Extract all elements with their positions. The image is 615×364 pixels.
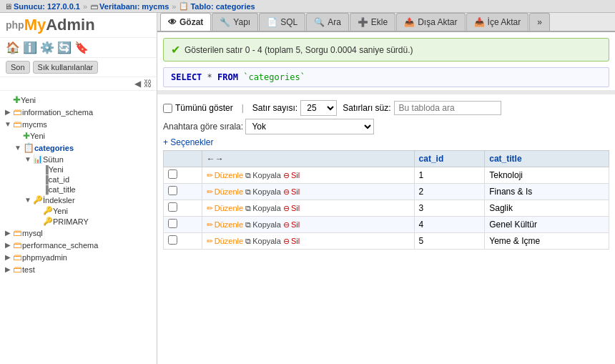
db-link[interactable]: Veritabanı: mycms [99,2,169,11]
delete-label-0: Sil [291,171,300,179]
db-icon-performance-schema: 🗃 [13,240,22,250]
tab-disa-aktar[interactable]: 📤 Dışa Aktar [396,13,465,31]
tree-label-col-new: Yeni [49,165,64,174]
col-header-cat-title[interactable]: cat_title [485,151,609,167]
tab-gozat[interactable]: 👁 Gözat [160,13,211,31]
tab-ara[interactable]: 🔍 Ara [306,13,349,31]
tree-label-primary: PRIMARY [53,217,89,226]
tree-item-mycms[interactable]: ▼ 🗃 mycms [0,118,157,130]
edit-button-1[interactable]: ✏ Düzenle [207,187,243,197]
expand-icon-phpmyadmin[interactable]: ▶ [3,253,13,261]
col-header-checkbox [164,151,202,167]
row-cat-title-3: Genel Kültür [485,217,609,233]
info-icon[interactable]: ℹ️ [23,41,37,54]
delete-button-3[interactable]: ⊖ Sil [283,220,300,230]
tree-item-mycms-new[interactable]: ✚ Yeni [0,130,157,142]
bookmark-icon[interactable]: 🔖 [74,41,89,54]
col-header-cat-id[interactable]: cat_id [414,151,485,167]
tree-item-cat-title[interactable]: ▐ cat_title [0,185,157,195]
tab-more[interactable]: » [529,13,550,31]
expand-icon-information-schema[interactable]: ▶ [3,108,13,116]
tree-item-test[interactable]: ▶ 🗃 test [0,263,157,275]
copy-button-2[interactable]: ⧉ Kopyala [245,204,281,213]
tree-item-col-new[interactable]: ▐ Yeni [0,164,157,174]
tree-item-performance-schema[interactable]: ▶ 🗃 performance_schema [0,239,157,251]
tree-label-performance-schema: performance_schema [22,241,98,250]
pencil-icon-0: ✏ [207,171,213,180]
tree-item-indeksler[interactable]: ▼ 🔑 İndeksler [0,195,157,205]
copy-button-3[interactable]: ⧉ Kopyala [245,220,281,230]
row-checkbox-4 [164,233,202,250]
col-new-icon: ▐ [43,165,49,174]
delete-button-0[interactable]: ⊖ Sil [283,171,300,180]
expand-icon-sutun[interactable]: ▼ [23,155,33,163]
table-link[interactable]: Tablo: categories [190,2,255,11]
row-select-0[interactable] [168,169,177,179]
row-actions-3: ✏ Düzenle ⧉ Kopyala ⊖ Sil [202,217,414,233]
content-area: 👁 Gözat 🔧 Yapı 📄 SQL 🔍 Ara ➕ Ekle 📤 D [157,13,615,364]
delete-button-1[interactable]: ⊖ Sil [283,187,300,197]
gozat-tab-label: Gözat [179,17,203,27]
server-link[interactable]: Sunucu: 127.0.0.1 [14,2,80,11]
expand-icon-categories[interactable]: ▼ [13,144,23,152]
delete-label-2: Sil [291,204,300,212]
options-toggle[interactable]: + Seçenekler [163,137,213,147]
row-cat-id-3: 4 [414,217,485,233]
tab-ice-aktar[interactable]: 📥 İçe Aktar [466,13,529,31]
collapse-icon[interactable]: ◀ [134,79,141,89]
tree-item-mysql[interactable]: ▶ 🗃 mysql [0,227,157,239]
copy-button-1[interactable]: ⧉ Kopyala [245,187,281,197]
expand-icon-performance-schema[interactable]: ▶ [3,241,13,249]
settings-icon[interactable]: ⚙️ [40,41,54,54]
tab-yapi[interactable]: 🔧 Yapı [212,13,258,31]
copy-button-0[interactable]: ⧉ Kopyala [245,171,281,180]
expand-icon-mycms[interactable]: ▼ [3,120,13,128]
monitor-icon: 🖥 [4,2,12,11]
copy-label-0: Kopyala [252,171,281,179]
tree-item-primary[interactable]: 🔑 PRIMARY [0,216,157,227]
sutun-icon: 📊 [33,154,43,164]
row-select-4[interactable] [168,235,177,245]
tree-item-phpmyadmin[interactable]: ▶ 🗃 phpmyadmin [0,251,157,263]
tree-item-new-root[interactable]: ✚ Yeni [0,94,157,106]
row-select-2[interactable] [168,202,177,212]
tree-item-cat-id[interactable]: ▐ cat_id [0,174,157,185]
del-icon-3: ⊖ [283,220,290,230]
tree-label-cat-id: cat_id [49,175,69,184]
row-select-1[interactable] [168,186,177,195]
row-count-select[interactable]: 25 50 100 250 500 [300,100,337,116]
tree-item-sutun[interactable]: ▼ 📊 Sütun [0,154,157,164]
tab-ekle[interactable]: ➕ Ekle [350,13,395,31]
link-icon[interactable]: ⛓ [144,79,152,89]
tab-sql[interactable]: 📄 SQL [259,13,305,31]
new-icon-mycms: ✚ [23,131,30,141]
tree-label-test: test [22,265,35,274]
refresh-icon[interactable]: 🔄 [57,41,72,54]
copy-button-4[interactable]: ⧉ Kopyala [245,237,281,246]
tree-label-mycms: mycms [22,120,47,129]
edit-button-4[interactable]: ✏ Düzenle [207,237,243,246]
tree-item-idx-new[interactable]: 🔑 Yeni [0,205,157,216]
tree-item-information-schema[interactable]: ▶ 🗃 information_schema [0,106,157,118]
favorites-button[interactable]: Sık kullanılanlar [33,61,99,74]
delete-button-4[interactable]: ⊖ Sil [283,237,300,246]
expand-icon-mysql[interactable]: ▶ [3,229,13,237]
edit-button-2[interactable]: ✏ Düzenle [207,204,243,213]
expand-icon-test[interactable]: ▶ [3,265,13,273]
show-all-checkbox[interactable] [163,104,172,113]
edit-label-0: Düzenle [215,171,243,179]
filter-input[interactable] [394,101,501,115]
edit-button-0[interactable]: ✏ Düzenle [207,171,243,180]
edit-button-3[interactable]: ✏ Düzenle [207,220,243,230]
del-icon-1: ⊖ [283,187,290,197]
home-icon[interactable]: 🏠 [6,41,20,54]
delete-button-2[interactable]: ⊖ Sil [283,204,300,213]
sort-select[interactable]: Yok cat_id cat_title [245,119,374,134]
tree-item-categories[interactable]: ▼ 📋 categories [0,142,157,154]
recent-button[interactable]: Son [6,61,30,74]
expand-icon-indeksler[interactable]: ▼ [23,196,33,204]
logo-admin: Admin [46,16,94,34]
row-select-3[interactable] [168,219,177,228]
row-checkbox-2 [164,200,202,217]
sql-tab-icon: 📄 [267,17,277,27]
